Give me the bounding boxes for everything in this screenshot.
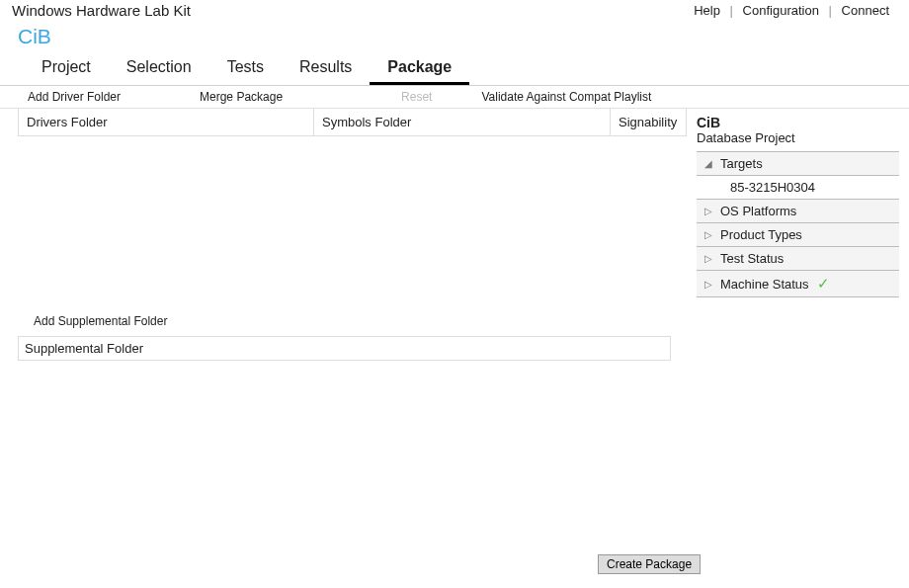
panel-subtitle: Database Project xyxy=(697,130,899,151)
supplemental-folder-header: Supplemental Folder xyxy=(18,336,671,361)
machine-status-header[interactable]: ▷ Machine Status ✓ xyxy=(697,271,899,297)
subtoolbar: Add Driver Folder Merge Package Reset Va… xyxy=(0,86,909,109)
target-item[interactable]: 85-3215H0304 xyxy=(697,176,899,200)
test-status-header[interactable]: ▷ Test Status xyxy=(697,247,899,271)
connect-link[interactable]: Connect xyxy=(842,3,889,18)
column-drivers-folder: Drivers Folder xyxy=(18,109,314,135)
tabs: Project Selection Tests Results Package xyxy=(0,54,909,86)
configuration-link[interactable]: Configuration xyxy=(743,3,819,18)
header-links: Help | Configuration | Connect xyxy=(688,3,895,18)
chevron-right-icon: ▷ xyxy=(702,229,714,240)
separator: | xyxy=(730,3,733,18)
separator: | xyxy=(829,3,832,18)
tab-selection[interactable]: Selection xyxy=(109,54,209,85)
tab-package[interactable]: Package xyxy=(370,54,469,85)
test-status-label: Test Status xyxy=(720,251,784,266)
tab-results[interactable]: Results xyxy=(282,54,370,85)
add-supplemental-folder-button[interactable]: Add Supplemental Folder xyxy=(0,310,687,332)
add-driver-folder-button[interactable]: Add Driver Folder xyxy=(28,90,121,104)
create-package-button[interactable]: Create Package xyxy=(598,554,701,574)
os-platforms-header[interactable]: ▷ OS Platforms xyxy=(697,200,899,223)
tab-project[interactable]: Project xyxy=(24,54,109,85)
product-types-label: Product Types xyxy=(720,227,802,242)
chevron-right-icon: ▷ xyxy=(702,253,714,264)
project-title: CiB xyxy=(0,19,909,54)
help-link[interactable]: Help xyxy=(694,3,720,18)
machine-status-label: Machine Status xyxy=(720,277,809,292)
targets-header[interactable]: ◢ Targets xyxy=(697,152,899,176)
panel-title: CiB xyxy=(697,109,899,130)
chevron-right-icon: ▷ xyxy=(702,206,714,216)
check-icon: ✓ xyxy=(817,275,830,293)
app-title: Windows Hardware Lab Kit xyxy=(12,2,191,19)
chevron-down-icon: ◢ xyxy=(702,158,714,169)
column-signability: Signability xyxy=(611,109,687,135)
merge-package-button[interactable]: Merge Package xyxy=(200,90,283,104)
targets-label: Targets xyxy=(720,156,763,171)
tab-tests[interactable]: Tests xyxy=(209,54,282,85)
right-panel: CiB Database Project ◢ Targets 85-3215H0… xyxy=(687,109,909,361)
validate-button[interactable]: Validate Against Compat Playlist xyxy=(481,90,651,104)
chevron-right-icon: ▷ xyxy=(702,279,714,290)
column-symbols-folder: Symbols Folder xyxy=(314,109,611,135)
os-platforms-label: OS Platforms xyxy=(720,204,796,218)
reset-button: Reset xyxy=(401,90,432,104)
product-types-header[interactable]: ▷ Product Types xyxy=(697,223,899,247)
left-panel: Drivers Folder Symbols Folder Signabilit… xyxy=(0,109,687,361)
